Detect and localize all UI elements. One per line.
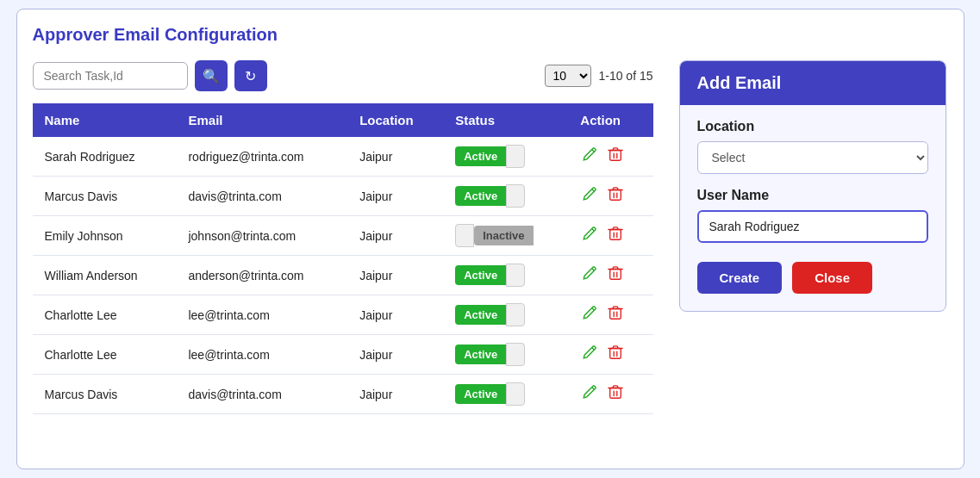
status-badge[interactable]: Active — [455, 305, 506, 325]
cell-location: Jaipur — [347, 295, 443, 335]
svg-rect-4 — [610, 309, 621, 320]
edit-icon — [582, 226, 597, 241]
col-location: Location — [347, 103, 443, 137]
edit-button[interactable] — [580, 303, 599, 326]
cell-status: Inactive — [443, 216, 568, 256]
cell-name: Marcus Davis — [33, 177, 177, 216]
delete-button[interactable] — [606, 303, 625, 326]
svg-rect-0 — [610, 151, 621, 161]
table-row: Charlotte Lee lee@trinta.com Jaipur Acti… — [33, 295, 653, 335]
cell-status: Active — [443, 256, 568, 295]
table-header-row: Name Email Location Status Action — [33, 103, 653, 137]
status-badge[interactable]: Inactive — [474, 226, 533, 245]
status-toggle[interactable] — [506, 343, 525, 366]
cell-status: Active — [443, 177, 568, 216]
status-toggle[interactable] — [506, 264, 525, 287]
cell-status: Active — [443, 295, 568, 335]
status-badge[interactable]: Active — [455, 345, 506, 364]
delete-icon — [608, 305, 623, 320]
status-toggle[interactable] — [455, 224, 474, 247]
col-status: Status — [443, 103, 568, 137]
edit-button[interactable] — [580, 145, 599, 168]
form-actions: Create Close — [697, 262, 928, 294]
edit-button[interactable] — [580, 224, 599, 247]
cell-action — [568, 177, 652, 216]
cell-name: Marcus Davis — [33, 375, 177, 414]
svg-rect-2 — [610, 230, 621, 240]
delete-button[interactable] — [606, 343, 625, 366]
status-toggle[interactable] — [506, 145, 525, 168]
cell-location: Jaipur — [347, 256, 443, 295]
table-row: Sarah Rodriguez rodriguez@trinta.com Jai… — [33, 137, 653, 177]
cell-status: Active — [443, 137, 568, 177]
cell-action — [568, 335, 652, 375]
cell-status: Active — [443, 335, 568, 375]
delete-icon — [608, 384, 623, 400]
cell-email: rodriguez@trinta.com — [176, 137, 347, 177]
delete-icon — [608, 226, 623, 241]
status-toggle[interactable] — [506, 303, 525, 326]
username-label: User Name — [697, 188, 928, 203]
page-size-select[interactable]: 10 25 50 100 — [545, 65, 591, 87]
delete-icon — [608, 345, 623, 360]
col-email: Email — [176, 103, 347, 137]
status-toggle[interactable] — [506, 382, 525, 406]
svg-rect-1 — [610, 190, 621, 201]
page-title: Approver Email Configuration — [33, 25, 948, 45]
svg-rect-5 — [610, 349, 621, 359]
create-button[interactable]: Create — [697, 262, 783, 294]
edit-icon — [582, 265, 597, 281]
cell-location: Jaipur — [347, 177, 443, 216]
col-action: Action — [568, 103, 652, 137]
cell-name: William Anderson — [33, 256, 177, 295]
cell-name: Sarah Rodriguez — [33, 137, 177, 177]
add-email-header: Add Email — [680, 61, 946, 105]
delete-button[interactable] — [606, 224, 625, 247]
delete-button[interactable] — [606, 184, 625, 208]
edit-button[interactable] — [580, 264, 599, 287]
cell-email: davis@trinta.com — [176, 177, 347, 216]
svg-rect-6 — [610, 388, 621, 399]
cell-name: Charlotte Lee — [33, 335, 177, 375]
cell-location: Jaipur — [347, 216, 443, 256]
table-row: Emily Johnson johnson@trinta.com Jaipur … — [33, 216, 653, 256]
close-button[interactable]: Close — [792, 262, 872, 294]
cell-email: lee@trinta.com — [176, 295, 347, 335]
cell-name: Emily Johnson — [33, 216, 177, 256]
cell-email: lee@trinta.com — [176, 335, 347, 375]
delete-button[interactable] — [606, 382, 625, 406]
cell-email: johnson@trinta.com — [176, 216, 347, 256]
edit-button[interactable] — [580, 184, 599, 208]
add-email-panel: Add Email Location Select Jaipur Delhi M… — [679, 60, 946, 312]
delete-button[interactable] — [606, 145, 625, 168]
col-name: Name — [33, 103, 177, 137]
location-label: Location — [697, 119, 928, 134]
edit-button[interactable] — [580, 343, 599, 366]
data-table: Name Email Location Status Action Sarah … — [33, 103, 653, 414]
status-badge[interactable]: Active — [455, 186, 506, 206]
cell-action — [568, 216, 652, 256]
left-panel: 🔍 ↻ 10 25 50 100 1-10 of 15 — [33, 60, 653, 414]
status-toggle[interactable] — [506, 184, 525, 208]
status-badge[interactable]: Active — [455, 384, 506, 404]
search-button[interactable]: 🔍 — [195, 60, 228, 91]
toolbar: 🔍 ↻ 10 25 50 100 1-10 of 15 — [33, 60, 653, 91]
pagination-text: 1-10 of 15 — [598, 69, 652, 83]
username-input[interactable] — [697, 210, 928, 243]
search-input[interactable] — [33, 62, 188, 90]
edit-icon — [582, 305, 597, 320]
location-select[interactable]: Select Jaipur Delhi Mumbai — [697, 141, 928, 174]
status-badge[interactable]: Active — [455, 146, 506, 166]
delete-button[interactable] — [606, 264, 625, 287]
right-panel: Add Email Location Select Jaipur Delhi M… — [679, 60, 946, 312]
cell-email: davis@trinta.com — [176, 375, 347, 414]
edit-icon — [582, 384, 597, 400]
table-row: William Anderson anderson@trinta.com Jai… — [33, 256, 653, 295]
status-badge[interactable]: Active — [455, 265, 506, 285]
edit-button[interactable] — [580, 382, 599, 406]
refresh-button[interactable]: ↻ — [234, 60, 267, 91]
cell-location: Jaipur — [347, 137, 443, 177]
cell-location: Jaipur — [347, 335, 443, 375]
delete-icon — [608, 186, 623, 202]
table-row: Marcus Davis davis@trinta.com Jaipur Act… — [33, 375, 653, 414]
